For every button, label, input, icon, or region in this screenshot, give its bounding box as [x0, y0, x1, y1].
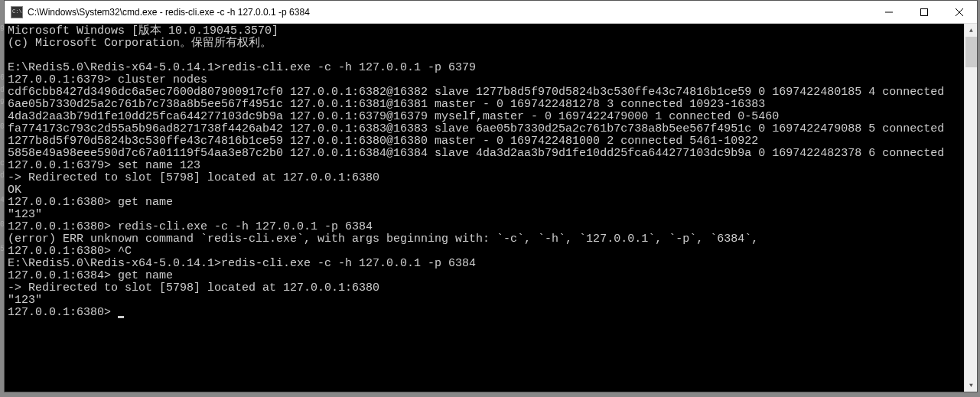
minimize-button[interactable] [871, 1, 907, 24]
title-bar[interactable]: C:\Windows\System32\cmd.exe - redis-cli.… [5, 1, 977, 24]
terminal-line: 1277b8d5f970d5824b3c530ffe43c74816b1ce59… [8, 135, 977, 148]
terminal-line: "123" [8, 209, 977, 221]
svg-rect-1 [921, 8, 928, 15]
terminal-line: "123" [8, 294, 977, 307]
terminal-line: 6ae05b7330d25a2c761b7c738a8b5ee567f4951c… [8, 99, 977, 111]
terminal-line: -> Redirected to slot [5798] located at … [8, 172, 977, 184]
terminal-line: 127.0.0.1:6380> ^C [8, 246, 977, 258]
terminal-line: 127.0.0.1:6379> cluster nodes [8, 74, 977, 86]
cmd-window: C:\Windows\System32\cmd.exe - redis-cli.… [4, 0, 978, 392]
terminal-line: 127.0.0.1:6380> redis-cli.exe -c -h 127.… [8, 221, 977, 233]
terminal-line: 127.0.0.1:6380> get name [8, 197, 977, 209]
terminal-line [8, 50, 977, 62]
scroll-up-arrow[interactable]: ▲ [965, 24, 978, 37]
window-controls [871, 1, 977, 24]
maximize-icon [920, 8, 928, 16]
terminal-line: -> Redirected to slot [5798] located at … [8, 282, 977, 294]
close-icon [956, 8, 963, 16]
terminal-line: 5858e49a98eee590d7c67a01119f54aa3e87c2b0… [8, 148, 977, 160]
terminal-line: OK [8, 184, 977, 197]
cmd-icon [11, 6, 23, 18]
terminal-line: Microsoft Windows [版本 10.0.19045.3570] [8, 25, 977, 37]
terminal-line: 127.0.0.1:6384> get name [8, 270, 977, 282]
scroll-thumb[interactable] [965, 37, 977, 67]
terminal-line: 4da3d2aa3b79d1fe10dd25fca644277103dc9b9a… [8, 111, 977, 123]
terminal-line: 127.0.0.1:6379> set name 123 [8, 160, 977, 172]
terminal-line: E:\Redis5.0\Redis-x64-5.0.14.1>redis-cli… [8, 258, 977, 270]
terminal-line: cdf6cbb8427d3496dc6a5ec7600d807900917cf0… [8, 86, 977, 99]
maximize-button[interactable] [907, 1, 942, 24]
window-title: C:\Windows\System32\cmd.exe - redis-cli.… [28, 7, 871, 18]
scroll-down-arrow[interactable]: ▼ [965, 379, 978, 392]
terminal-line: fa774173c793c2d55a5b96ad8271738f4426ab42… [8, 123, 977, 135]
terminal-line: E:\Redis5.0\Redis-x64-5.0.14.1>redis-cli… [8, 62, 977, 74]
terminal-line: 127.0.0.1:6380> [8, 307, 977, 319]
cursor [118, 316, 124, 318]
minimize-icon [885, 8, 893, 16]
close-button[interactable] [942, 1, 977, 24]
vertical-scrollbar[interactable]: ▲ ▼ [964, 24, 977, 392]
terminal-line: (c) Microsoft Corporation。保留所有权利。 [8, 37, 977, 50]
terminal-line: (error) ERR unknown command `redis-cli.e… [8, 233, 977, 246]
terminal-output[interactable]: Microsoft Windows [版本 10.0.19045.3570](c… [5, 24, 977, 392]
